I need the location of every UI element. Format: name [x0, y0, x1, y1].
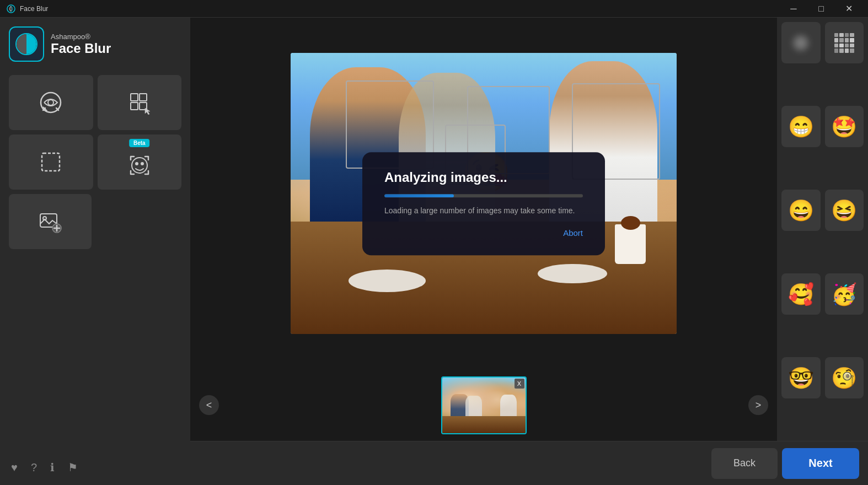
- squint-laugh-emoji-button[interactable]: 😆: [825, 190, 864, 231]
- party-emoji-button[interactable]: 🥳: [825, 273, 864, 315]
- svg-point-2: [48, 100, 53, 105]
- app-brand: Ashampoo®: [51, 33, 111, 41]
- main-content: Ashampoo® Face Blur: [0, 18, 868, 485]
- heart-eyes-emoji-button[interactable]: 🥰: [781, 273, 821, 315]
- abort-button[interactable]: Abort: [563, 228, 583, 238]
- app-title: Face Blur: [51, 41, 111, 56]
- bottom-actions: Back Next: [190, 441, 868, 485]
- face-icon-left: [17, 34, 26, 54]
- add-image-icon: [38, 209, 62, 234]
- app-icon: [9, 26, 44, 62]
- rect-select-tool-button[interactable]: [9, 134, 93, 190]
- sidebar-footer: ♥ ? ℹ ⚑: [9, 450, 181, 476]
- eye-circle-icon: [39, 90, 63, 115]
- svg-rect-4: [140, 94, 147, 101]
- filmstrip-item[interactable]: X: [441, 376, 527, 434]
- analysis-dialog: Analyzing images... Loading a large numb…: [362, 152, 605, 255]
- analysis-subtitle: Loading a large number of images may tak…: [384, 206, 583, 215]
- face-icon-right: [26, 34, 36, 54]
- flag-button[interactable]: ⚑: [66, 459, 80, 476]
- sidebar: Ashampoo® Face Blur: [0, 18, 190, 485]
- titlebar: Face Blur ─ □ ✕: [0, 0, 868, 18]
- maximize-button[interactable]: □: [808, 0, 834, 18]
- grin-emoji-button[interactable]: 😁: [781, 106, 821, 147]
- nerd-emoji-2-button[interactable]: 🧐: [825, 357, 864, 398]
- filmstrip-prev-button[interactable]: <: [199, 395, 219, 415]
- info-button[interactable]: ℹ: [48, 459, 57, 476]
- beta-badge: Beta: [129, 139, 150, 147]
- help-button[interactable]: ?: [29, 459, 39, 476]
- filmstrip: < X >: [190, 369, 777, 441]
- tools-grid: Beta: [9, 75, 181, 190]
- grid-select-tool-button[interactable]: [98, 75, 182, 130]
- titlebar-title: Face Blur: [20, 5, 781, 13]
- laugh-emoji-button[interactable]: 😄: [781, 190, 821, 231]
- back-button[interactable]: Back: [711, 448, 778, 479]
- blur-effect-button[interactable]: [781, 22, 821, 63]
- filmstrip-next-button[interactable]: >: [748, 395, 768, 415]
- center-area: 😘 Analyzing images... Loading a large nu…: [190, 18, 777, 441]
- svg-marker-7: [145, 108, 150, 115]
- image-workspace: 😘 Analyzing images... Loading a large nu…: [190, 18, 777, 369]
- minimize-button[interactable]: ─: [781, 0, 806, 18]
- circle-select-tool-button[interactable]: [9, 75, 93, 130]
- filmstrip-items: X: [223, 376, 744, 434]
- analysis-title: Analyzing images...: [384, 170, 583, 185]
- progress-bar: [384, 194, 583, 197]
- pixel-preview: [834, 33, 854, 53]
- close-button[interactable]: ✕: [836, 0, 861, 18]
- main-image: 😘 Analyzing images... Loading a large nu…: [291, 53, 677, 334]
- blur-preview: [792, 35, 809, 51]
- rect-dashed-icon: [39, 150, 63, 174]
- svg-point-11: [141, 163, 143, 165]
- star-eyes-emoji-button[interactable]: 🤩: [825, 106, 864, 147]
- titlebar-controls: ─ □ ✕: [781, 0, 861, 18]
- grid-cursor-icon: [127, 90, 152, 115]
- heart-button[interactable]: ♥: [9, 459, 20, 476]
- app-icon-inner: [15, 33, 37, 55]
- svg-rect-3: [131, 94, 138, 101]
- app-titlebar-icon: [7, 4, 15, 13]
- face-detect-icon: [127, 153, 152, 177]
- sidebar-header: Ashampoo® Face Blur: [9, 26, 181, 62]
- filmstrip-close-button[interactable]: X: [515, 379, 524, 389]
- progress-fill: [384, 194, 454, 197]
- app-name: Ashampoo® Face Blur: [51, 33, 111, 56]
- pixel-effect-button[interactable]: [825, 22, 864, 63]
- right-panel: 😁 🤩 😄 😆 🥰 🥳 🤓 🧐: [777, 18, 868, 441]
- nerd-emoji-1-button[interactable]: 🤓: [781, 357, 821, 398]
- abort-container: Abort: [384, 228, 583, 238]
- next-button[interactable]: Next: [782, 448, 859, 479]
- svg-point-10: [136, 163, 138, 165]
- add-image-tool-button[interactable]: [9, 194, 92, 249]
- face-detect-tool-button[interactable]: Beta: [98, 134, 182, 190]
- emoji-panel: 😁 🤩 😄 😆 🥰 🥳 🤓 🧐: [781, 22, 864, 436]
- svg-rect-8: [42, 153, 60, 171]
- main-image-container: 😘 Analyzing images... Loading a large nu…: [291, 53, 677, 334]
- svg-rect-5: [131, 103, 138, 110]
